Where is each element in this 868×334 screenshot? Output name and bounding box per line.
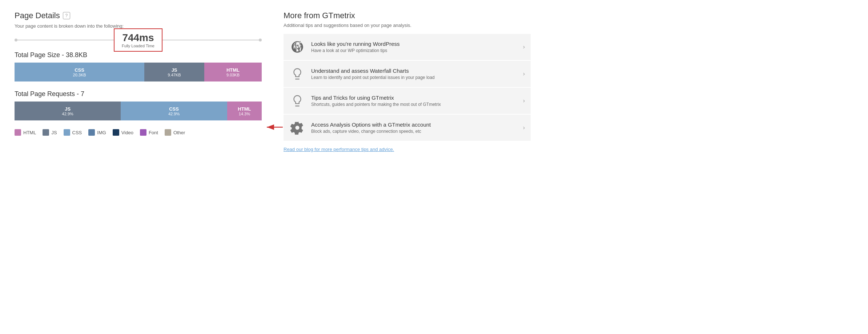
req-bar-segment-html: HTML14.3% (227, 102, 262, 120)
bar-segment-js: JS9.47KB (144, 63, 204, 81)
bar-segment-css: CSS20.3KB (15, 63, 144, 81)
card-arrow-tips: › (523, 98, 525, 104)
card-icon-wordpress (289, 39, 305, 55)
page-requests-bar: JS42.9%CSS42.9%HTML14.3% (15, 102, 262, 120)
right-panel: More from GTmetrix Additional tips and s… (284, 11, 531, 152)
card-text-waterfall: Understand and assess Waterfall Charts L… (311, 68, 514, 80)
page-details-title: Page Details ? (15, 11, 262, 20)
arrow-annotation (265, 122, 284, 134)
timeline-track: 744ms Fully Loaded Time (15, 40, 262, 40)
req-bar-segment-js: JS42.9% (15, 102, 121, 120)
card-arrow-wordpress: › (523, 44, 525, 50)
card-list: Looks like you're running WordPress Have… (284, 34, 531, 141)
card-arrow-waterfall: › (523, 71, 525, 77)
page-requests-section: Total Page Requests - 7 JS42.9%CSS42.9%H… (15, 90, 262, 120)
legend: HTML JS CSS IMG Video Font Other (15, 129, 262, 136)
req-bar-segment-css: CSS42.9% (121, 102, 227, 120)
card-item-tips[interactable]: Tips and Tricks for using GTmetrix Short… (284, 88, 531, 114)
card-title-wordpress: Looks like you're running WordPress (311, 41, 514, 47)
card-desc-wordpress: Have a look at our WP optimization tips (311, 48, 514, 53)
legend-color-other (165, 129, 171, 136)
page-requests-title: Total Page Requests - 7 (15, 90, 262, 98)
legend-color-video (113, 129, 119, 136)
card-icon-tips (289, 93, 305, 109)
more-title: More from GTmetrix (284, 11, 531, 20)
legend-color-css (64, 129, 70, 136)
timeline-label: Fully Loaded Time (122, 44, 154, 48)
card-item-account[interactable]: Access Analysis Options with a GTmetrix … (284, 115, 531, 141)
legend-label-img: IMG (97, 130, 106, 135)
card-title-tips: Tips and Tricks for using GTmetrix (311, 95, 514, 101)
card-desc-waterfall: Learn to identify and point out potentia… (311, 75, 514, 80)
card-arrow-account: › (523, 124, 525, 131)
card-text-tips: Tips and Tricks for using GTmetrix Short… (311, 95, 514, 107)
timeline-dot-left (15, 39, 17, 41)
legend-item-font: Font (140, 129, 158, 136)
legend-item-img: IMG (88, 129, 106, 136)
legend-label-font: Font (149, 130, 158, 135)
card-title-account: Access Analysis Options with a GTmetrix … (311, 122, 514, 128)
legend-item-js: JS (43, 129, 57, 136)
bar-segment-html: HTML9.03KB (204, 63, 262, 81)
card-icon-account (289, 120, 305, 136)
timeline-box: 744ms Fully Loaded Time (114, 28, 162, 52)
legend-label-other: Other (173, 130, 185, 135)
page-size-section: Total Page Size - 38.8KB CSS20.3KBJS9.47… (15, 51, 262, 81)
card-title-waterfall: Understand and assess Waterfall Charts (311, 68, 514, 74)
help-icon[interactable]: ? (63, 12, 70, 19)
timeline-container: 744ms Fully Loaded Time (15, 40, 262, 40)
legend-label-css: CSS (72, 130, 82, 135)
card-item-wordpress[interactable]: Looks like you're running WordPress Have… (284, 34, 531, 60)
card-icon-waterfall (289, 66, 305, 82)
legend-label-video: Video (121, 130, 133, 135)
card-desc-tips: Shortcuts, guides and pointers for makin… (311, 102, 514, 107)
blog-link[interactable]: Read our blog for more performance tips … (284, 147, 394, 152)
legend-item-other: Other (165, 129, 185, 136)
card-item-waterfall[interactable]: Understand and assess Waterfall Charts L… (284, 61, 531, 87)
legend-label-html: HTML (23, 130, 36, 135)
page-size-bar: CSS20.3KBJS9.47KBHTML9.03KB (15, 63, 262, 81)
page-details-subtitle: Your page content is broken down into th… (15, 23, 262, 29)
timeline-value: 744ms (122, 32, 154, 44)
left-panel: Page Details ? Your page content is brok… (15, 11, 262, 152)
legend-label-js: JS (51, 130, 57, 135)
legend-item-video: Video (113, 129, 133, 136)
card-text-account: Access Analysis Options with a GTmetrix … (311, 122, 514, 134)
more-subtitle: Additional tips and suggestions based on… (284, 23, 531, 28)
legend-color-html (15, 129, 21, 136)
card-desc-account: Block ads, capture video, change connect… (311, 129, 514, 134)
legend-color-img (88, 129, 95, 136)
legend-item-css: CSS (64, 129, 82, 136)
legend-color-font (140, 129, 146, 136)
card-text-wordpress: Looks like you're running WordPress Have… (311, 41, 514, 53)
legend-item-html: HTML (15, 129, 36, 136)
legend-color-js (43, 129, 49, 136)
timeline-dot-right (259, 39, 262, 41)
page-size-title: Total Page Size - 38.8KB (15, 51, 262, 59)
